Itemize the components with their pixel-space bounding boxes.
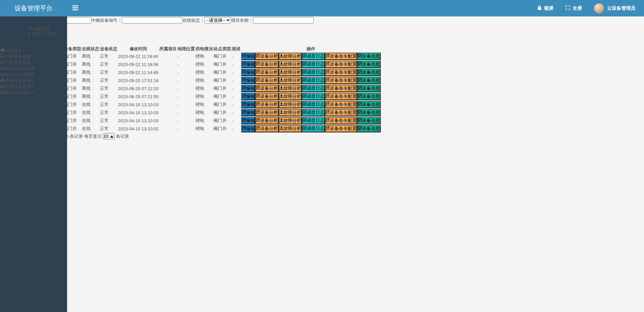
action-label: 调度日志: [307, 94, 324, 99]
column-header: 修改时间: [118, 46, 159, 52]
row-action-download-button[interactable]: 故障分析: [279, 53, 302, 60]
sidebar-item[interactable]: 中燃设备数据: [0, 84, 67, 90]
sidebar-subitem[interactable]: 锂电远传设备档案: [0, 66, 67, 72]
row-action-edit-button[interactable]: 设备分析: [255, 125, 278, 132]
bars-icon: [72, 5, 78, 11]
row-action-list-alt-button[interactable]: 设备信息: [357, 85, 380, 92]
row-action-download-button[interactable]: 故障分析: [279, 125, 302, 132]
page-size-value: 10: [103, 134, 108, 139]
row-action-edit-button[interactable]: 设备命令配置: [325, 77, 357, 84]
cell-station-type: 阀门井: [214, 77, 231, 84]
search-field-input[interactable]: [253, 17, 314, 23]
row-action-list-alt-button[interactable]: 设备信息: [357, 101, 380, 108]
row-action-edit-button[interactable]: 设备命令配置: [325, 125, 357, 132]
sidebar-toggle-button[interactable]: [67, 0, 83, 16]
online-status-select[interactable]: --请选择--: [204, 17, 231, 23]
row-action-download-button[interactable]: 故障分析: [279, 85, 302, 92]
row-action-list-alt-button[interactable]: 调度日志: [302, 61, 325, 68]
row-action-edit-button[interactable]: 设备命令配置: [325, 117, 357, 124]
row-action-edit-button[interactable]: 设备命令配置: [325, 85, 357, 92]
row-action-download-button[interactable]: 故障分析: [279, 117, 302, 124]
sidebar-subitem[interactable]: 阀门井设备档案: [0, 60, 67, 66]
row-action-edit-button[interactable]: 编辑: [241, 53, 256, 60]
row-action-edit-button[interactable]: 设备命令配置: [325, 109, 357, 116]
cell-modified-time: 2023-04-10 13:10:03: [118, 101, 159, 108]
row-action-edit-button[interactable]: 设备分析: [255, 77, 278, 84]
row-action-edit-button[interactable]: 设备分析: [255, 117, 278, 124]
row-action-list-alt-button[interactable]: 设备信息: [357, 61, 380, 68]
row-action-download-button[interactable]: 故障分析: [279, 101, 302, 108]
cell-power: 锂电: [196, 117, 213, 124]
edit-icon: [242, 78, 246, 83]
row-action-list-alt-button[interactable]: 调度日志: [302, 101, 325, 108]
column-header: 所属项目: [159, 46, 177, 52]
row-action-list-alt-button[interactable]: 设备信息: [357, 69, 380, 76]
app-logo[interactable]: 设备管理平台: [0, 0, 67, 16]
row-action-edit-button[interactable]: 设备命令配置: [325, 93, 357, 100]
row-action-list-alt-button[interactable]: 设备信息: [357, 109, 380, 116]
edit-icon: [242, 70, 246, 75]
device-status-badge: 正常: [100, 126, 109, 131]
search-field-label: 中燃设备编号：: [91, 18, 122, 23]
user-menu[interactable]: 云设备管理员: [594, 3, 635, 13]
row-action-edit-button[interactable]: 编辑: [241, 125, 256, 132]
cell-online-status: 离线: [82, 61, 99, 68]
logout-button[interactable]: 注销: [42, 31, 56, 36]
row-action-edit-button[interactable]: 编辑: [241, 101, 256, 108]
sidebar-item[interactable]: 设备命令跟踪: [0, 90, 67, 96]
cell-power: 锂电: [196, 93, 213, 100]
row-action-edit-button[interactable]: 编辑: [241, 85, 256, 92]
row-action-edit-button[interactable]: 设备命令配置: [325, 61, 357, 68]
row-action-download-button[interactable]: 故障分析: [279, 69, 302, 76]
list-alt-icon: [358, 54, 362, 59]
row-action-edit-button[interactable]: 设备命令配置: [325, 53, 357, 60]
row-action-list-alt-button[interactable]: 调度日志: [302, 69, 325, 76]
row-action-edit-button[interactable]: 设备分析: [255, 101, 278, 108]
row-action-download-button[interactable]: 故障分析: [279, 77, 302, 84]
row-action-edit-button[interactable]: 设备分析: [255, 109, 278, 116]
row-action-list-alt-button[interactable]: 设备信息: [357, 53, 380, 60]
row-action-download-button[interactable]: 故障分析: [279, 93, 302, 100]
row-action-list-alt-button[interactable]: 设备信息: [357, 77, 380, 84]
row-action-edit-button[interactable]: 设备分析: [255, 61, 278, 68]
sidebar-item[interactable]: 云设备: [0, 47, 67, 54]
cell-device-status: 正常: [100, 117, 117, 124]
row-action-list-alt-button[interactable]: 设备信息: [357, 117, 380, 124]
cell-online-status: 离线: [82, 85, 99, 92]
row-action-download-button[interactable]: 故障分析: [279, 61, 302, 68]
row-action-edit-button[interactable]: 编辑: [241, 93, 256, 100]
row-action-edit-button[interactable]: 编辑: [241, 69, 256, 76]
row-action-list-alt-button[interactable]: 调度日志: [302, 109, 325, 116]
row-action-edit-button[interactable]: 编辑: [241, 117, 256, 124]
page-size-dropdown[interactable]: 10 ▲: [103, 133, 115, 139]
row-action-edit-button[interactable]: 编辑: [241, 109, 256, 116]
fullscreen-button[interactable]: 全屏: [566, 5, 582, 11]
row-action-edit-button[interactable]: 编辑: [241, 61, 256, 68]
row-action-list-alt-button[interactable]: 设备信息: [357, 125, 380, 132]
row-action-edit-button[interactable]: 设备分析: [255, 53, 278, 60]
row-action-download-button[interactable]: 故障分析: [279, 109, 302, 116]
row-action-list-alt-button[interactable]: 调度日志: [302, 53, 325, 60]
action-label: 设备信息: [362, 118, 380, 123]
row-action-edit-button[interactable]: 设备分析: [255, 93, 278, 100]
row-action-list-alt-button[interactable]: 调度日志: [302, 125, 325, 132]
row-action-list-alt-button[interactable]: 调度日志: [302, 117, 325, 124]
lock-screen-button[interactable]: 锁屏: [537, 5, 553, 11]
row-action-edit-button[interactable]: 设备命令配置: [325, 101, 357, 108]
row-action-edit-button[interactable]: 设备分析: [255, 69, 278, 76]
row-action-edit-button[interactable]: 编辑: [241, 77, 256, 84]
sidebar-group: 中燃设备档案阀门井设备档案锂电远传设备档案拼装远传设备档案: [0, 54, 67, 78]
sidebar-item[interactable]: 中燃设备升级: [0, 78, 67, 84]
sidebar-item[interactable]: 中燃设备档案: [0, 54, 67, 60]
row-action-list-alt-button[interactable]: 调度日志: [302, 93, 325, 100]
row-action-list-alt-button[interactable]: 设备信息: [357, 93, 380, 100]
list-alt-icon: [358, 118, 362, 123]
action-label: 编辑: [246, 86, 255, 91]
cell-station-type: 阀门井: [214, 117, 231, 124]
row-action-edit-button[interactable]: 设备分析: [255, 85, 278, 92]
row-action-list-alt-button[interactable]: 调度日志: [302, 77, 325, 84]
search-field-input[interactable]: [122, 17, 182, 23]
row-action-list-alt-button[interactable]: 调度日志: [302, 85, 325, 92]
row-action-edit-button[interactable]: 设备命令配置: [325, 69, 357, 76]
sidebar-subitem[interactable]: 拼装远传设备档案: [0, 72, 67, 78]
